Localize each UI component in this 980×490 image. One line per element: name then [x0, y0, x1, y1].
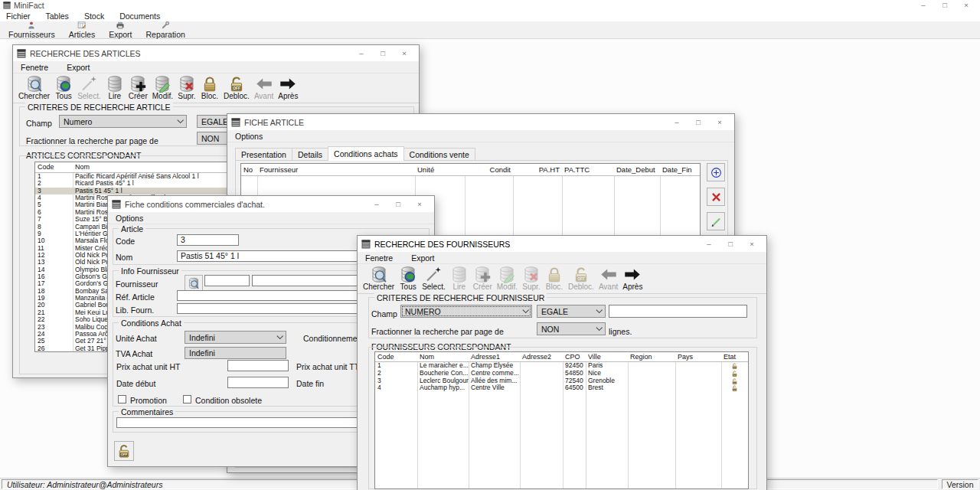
main-toolbar-button[interactable]: Fournisseurs — [2, 21, 62, 39]
code-field[interactable]: 3 — [177, 234, 239, 246]
main-toolbar-button[interactable]: Articles — [62, 21, 102, 39]
paging-select[interactable]: NON — [537, 322, 606, 335]
supplier-row[interactable]: 2 Boucherie Con... Centre comme... 54850… — [375, 370, 748, 377]
column-header[interactable]: Code — [35, 162, 73, 172]
supplier-lookup-button[interactable] — [185, 275, 203, 291]
menu-item[interactable]: Options — [232, 132, 266, 141]
column-header[interactable]: PA.HT — [513, 164, 562, 175]
toolbar-button[interactable]: Chercher — [361, 266, 397, 292]
window-titlebar[interactable]: RECHERCHE DES ARTICLES – □ × — [13, 45, 419, 61]
window-titlebar[interactable]: Fiche conditions commerciales d'achat. –… — [108, 196, 434, 212]
tab[interactable]: Conditions vente — [403, 148, 475, 161]
menu-item[interactable]: Fenetre — [362, 253, 396, 263]
toolbar-button[interactable]: Modif. — [495, 266, 520, 292]
toolbar-button[interactable]: Tous — [397, 266, 420, 292]
menu-item[interactable]: Export — [64, 63, 93, 72]
window-titlebar[interactable]: FICHE ARTICLE – □ × — [227, 114, 734, 130]
toolbar-button[interactable]: Debloc. — [221, 75, 252, 102]
toolbar-button[interactable]: Supr. — [175, 75, 198, 102]
column-header[interactable]: Fournisseur — [257, 164, 415, 175]
tab[interactable]: Presentation — [235, 148, 292, 161]
maximize-button[interactable]: □ — [387, 199, 409, 210]
delete-row-button[interactable] — [707, 188, 725, 206]
column-header[interactable]: Date_Debut — [614, 164, 660, 175]
maximize-button[interactable]: □ — [372, 48, 394, 59]
main-toolbar-button[interactable]: Export — [102, 21, 139, 39]
menu-item[interactable]: Stock — [81, 11, 110, 21]
menu-item[interactable]: Options — [113, 214, 146, 223]
menu-item[interactable]: Fichier — [3, 11, 37, 21]
column-header[interactable]: PA.TTC — [562, 164, 614, 175]
edit-row-button[interactable] — [707, 212, 725, 230]
suppliers-table[interactable]: CodeNomAdresse1Adresse2CPOVilleRegionPay… — [374, 351, 749, 489]
add-row-button[interactable] — [707, 163, 725, 181]
champ-select[interactable]: NUMERO — [400, 305, 532, 318]
toolbar-button[interactable]: Supr. — [520, 266, 543, 292]
close-button[interactable]: × — [741, 239, 763, 250]
supplier-code-field[interactable] — [204, 275, 250, 286]
close-button[interactable]: × — [956, 0, 977, 11]
menu-item[interactable]: Export — [408, 253, 437, 263]
column-header[interactable]: Nom — [417, 352, 469, 361]
toolbar-button[interactable]: Avant — [252, 75, 276, 102]
toolbar-button[interactable]: Bloc. — [198, 75, 221, 102]
toolbar-button[interactable]: Bloc. — [543, 266, 566, 292]
menu-item[interactable]: Fenetre — [18, 63, 51, 72]
restore-button[interactable]: □ — [934, 0, 956, 11]
minimize-button[interactable]: – — [913, 0, 934, 11]
toolbar-button[interactable]: Select. — [75, 75, 103, 102]
column-header[interactable]: Condit — [465, 164, 513, 175]
champ-select[interactable]: Numero — [59, 115, 187, 128]
toolbar-button[interactable]: Select. — [420, 266, 448, 292]
menu-item[interactable]: Documents — [116, 11, 166, 21]
column-header[interactable]: Ville — [586, 352, 628, 361]
search-value-field[interactable] — [609, 305, 747, 318]
toolbar-button[interactable]: Créer — [471, 266, 495, 292]
supplier-row[interactable]: 3 Leclerc Boulgour Allée des mim... 7254… — [375, 377, 748, 385]
column-header[interactable]: Date_Fin — [660, 164, 700, 175]
column-header[interactable]: Region — [628, 352, 675, 361]
close-button[interactable]: × — [394, 48, 415, 59]
column-header[interactable]: Unité — [415, 164, 465, 175]
column-header[interactable]: Code — [375, 352, 417, 361]
supplier-row[interactable]: 4 Auchamp hyp... Centre Ville 64500 Bres… — [375, 384, 748, 392]
purchase-unit-select[interactable]: Indefini — [185, 331, 286, 344]
maximize-button[interactable]: □ — [688, 117, 709, 128]
toolbar-button[interactable]: Après — [276, 75, 300, 102]
main-toolbar-button[interactable]: Reparation — [139, 21, 192, 39]
toolbar-button[interactable]: Créer — [126, 75, 150, 102]
operator-select[interactable]: EGALE — [537, 305, 606, 318]
column-header[interactable]: No — [241, 164, 257, 175]
minimize-button[interactable]: – — [666, 117, 688, 128]
minimize-button[interactable]: – — [351, 48, 372, 59]
menu-item[interactable]: Tables — [43, 11, 75, 21]
supplier-row[interactable]: 1 Le maraicher e... Champ Elysée 92450 P… — [375, 362, 748, 370]
toolbar-button[interactable]: Après — [620, 266, 645, 292]
maximize-button[interactable]: □ — [720, 239, 741, 250]
close-button[interactable]: × — [709, 117, 730, 128]
toolbar-button[interactable]: Chercher — [16, 75, 52, 102]
toolbar-button[interactable]: Tous — [52, 75, 75, 102]
toolbar-button[interactable]: Lire — [103, 75, 126, 102]
toolbar-button[interactable]: Debloc. — [566, 266, 596, 292]
date-start-field[interactable] — [227, 377, 289, 388]
tab[interactable]: Conditions achats — [328, 146, 403, 161]
toolbar-button[interactable]: Avant — [596, 266, 620, 292]
column-header[interactable]: Pays — [675, 352, 721, 361]
close-button[interactable]: × — [409, 199, 430, 210]
column-header[interactable]: Adresse2 — [520, 352, 563, 361]
window-titlebar[interactable]: RECHERCHE DES FOURNISSEURS – □ × — [358, 236, 766, 252]
tab[interactable]: Details — [292, 148, 328, 161]
vat-select[interactable]: Indefini — [185, 347, 286, 359]
column-header[interactable]: Etat — [721, 352, 748, 361]
minimize-button[interactable]: – — [698, 239, 720, 250]
column-header[interactable]: CPO — [563, 352, 586, 361]
minimize-button[interactable]: – — [366, 199, 387, 210]
obsolete-checkbox[interactable] — [183, 395, 191, 403]
column-header[interactable]: Adresse1 — [469, 352, 520, 361]
toolbar-button[interactable]: Lire — [448, 266, 471, 292]
unlock-button[interactable] — [114, 441, 134, 461]
toolbar-button[interactable]: Modif. — [150, 75, 175, 102]
price-ht-field[interactable] — [227, 360, 289, 371]
promotion-checkbox[interactable] — [118, 395, 126, 403]
